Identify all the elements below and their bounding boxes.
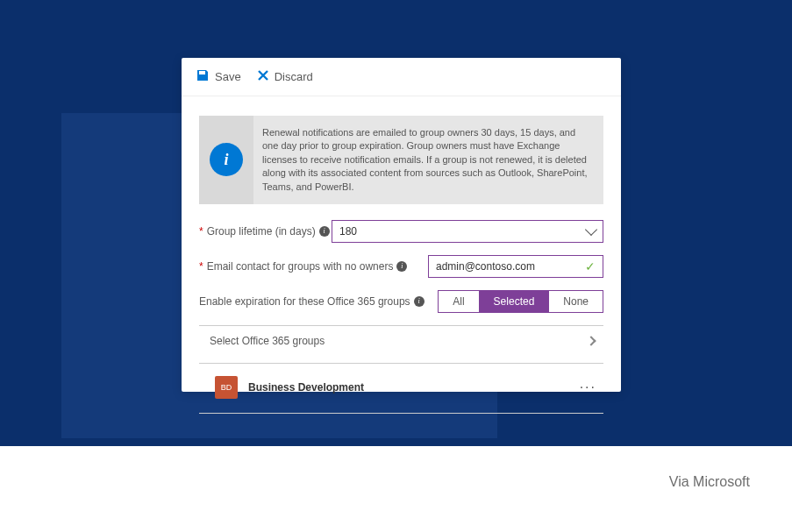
lifetime-label: Group lifetime (in days) i [207,225,330,238]
lifetime-select[interactable]: 180 [332,220,603,243]
enable-segment: All Selected None [438,290,603,313]
group-row: BD Business Development ··· [199,364,603,414]
chevron-right-icon [586,336,596,345]
check-icon: ✓ [585,259,596,273]
info-icon-wrap: i [199,116,253,204]
seg-none[interactable]: None [549,291,603,312]
row-lifetime: * Group lifetime (in days) i 180 [199,220,603,243]
required-marker: * [199,260,203,273]
discard-icon [257,69,269,84]
select-groups-row[interactable]: Select Office 365 groups [199,326,603,364]
email-value: admin@contoso.com [436,260,535,273]
seg-selected[interactable]: Selected [480,291,550,312]
email-input[interactable]: admin@contoso.com ✓ [428,255,603,278]
discard-button[interactable]: Discard [257,69,313,84]
panel-body: i Renewal notifications are emailed to g… [182,96,621,414]
settings-panel: Save Discard i Renewal notifications are… [182,58,621,392]
save-label: Save [215,70,241,83]
discard-label: Discard [275,70,313,83]
panel-toolbar: Save Discard [182,58,621,96]
group-name: Business Development [248,381,364,394]
help-icon[interactable]: i [396,261,407,272]
save-icon [196,68,210,85]
info-text: Renewal notifications are emailed to gro… [253,116,603,204]
chevron-down-icon [585,223,597,236]
more-icon[interactable]: ··· [580,379,596,395]
email-label: Email contact for groups with no owners … [207,260,408,273]
select-groups-label: Select Office 365 groups [210,335,325,347]
info-banner: i Renewal notifications are emailed to g… [199,116,603,204]
required-marker: * [199,225,203,238]
row-email: * Email contact for groups with no owner… [199,255,603,278]
help-icon[interactable]: i [319,226,330,237]
lifetime-value: 180 [339,225,357,238]
enable-label: Enable expiration for these Office 365 g… [199,295,425,308]
help-icon[interactable]: i [414,296,425,307]
group-avatar: BD [215,376,238,399]
seg-all[interactable]: All [439,291,479,312]
save-button[interactable]: Save [196,68,241,85]
attribution-text: Via Microsoft [669,474,750,490]
row-enable: Enable expiration for these Office 365 g… [199,290,603,313]
info-icon: i [210,143,243,176]
